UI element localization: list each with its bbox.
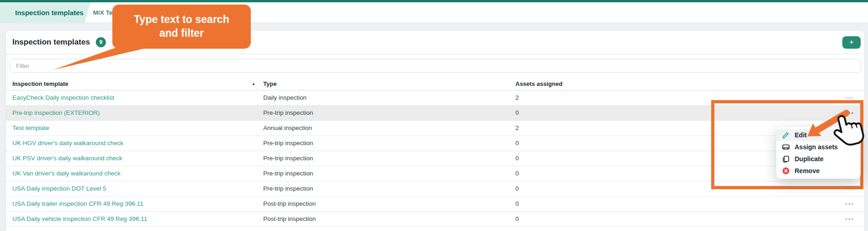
column-assets-assigned[interactable]: Assets assigned (515, 79, 563, 90)
duplicate-icon (782, 155, 790, 163)
callout-line2: and filter (159, 27, 204, 40)
tab-mix-telematics[interactable]: MiX Tel (93, 2, 114, 23)
callout-pointer (46, 46, 160, 73)
assets-cell: 2 (515, 90, 519, 105)
menu-item-label: Assign assets (795, 143, 838, 151)
tab-inspection-templates-label[interactable]: Inspection templates (15, 2, 83, 23)
table-row[interactable]: USA Daily vehicle inspection CFR 49 Reg … (6, 212, 864, 227)
row-actions-button[interactable]: ••• (845, 212, 854, 226)
menu-item-remove[interactable]: Remove (776, 165, 861, 177)
menu-item-label: Duplicate (795, 155, 824, 163)
remove-icon (782, 167, 790, 175)
assets-cell: 0 (515, 106, 519, 120)
inspection-templates-page: Inspection templates MiX Tel Inspection … (0, 0, 868, 231)
type-cell: Pre-trip inspection (263, 181, 313, 196)
pencil-icon (782, 131, 790, 139)
search-filter-callout: Type text to search and filter (112, 5, 251, 49)
template-link[interactable]: UK HGV driver's daily walkaround check (12, 136, 123, 151)
sort-ascending-icon[interactable]: ▲ (252, 79, 255, 90)
add-template-button[interactable]: + (842, 36, 861, 49)
assets-cell: 0 (515, 136, 519, 151)
template-link[interactable]: UK Van driver's daily walkaround check (12, 166, 121, 181)
template-link[interactable]: UK PSV driver's daily walkaround check (12, 151, 122, 166)
type-cell: Pre-trip inspection (263, 136, 313, 151)
menu-item-label: Remove (795, 167, 819, 175)
table-header: Inspection template ▲ Type Assets assign… (6, 79, 864, 90)
callout-line1: Type text to search (134, 13, 229, 27)
assets-cell: 0 (515, 212, 519, 226)
template-link[interactable]: Test template (12, 121, 49, 135)
column-type[interactable]: Type (263, 79, 276, 90)
template-link[interactable]: USA Daily trailer inspection CFR 49 Reg … (12, 197, 144, 211)
type-cell: Pre-trip inspection (263, 151, 313, 166)
assets-cell: 0 (515, 181, 519, 196)
type-cell: Post-trip inspection (263, 197, 316, 211)
table-row[interactable]: USA Daily trailer inspection CFR 49 Reg … (6, 197, 864, 212)
assets-cell: 0 (515, 151, 519, 166)
template-link[interactable]: USA Daily inspection DOT Level 5 (12, 181, 106, 196)
menu-item-duplicate[interactable]: Duplicate (776, 153, 861, 165)
column-inspection-template[interactable]: Inspection template (12, 79, 68, 90)
assets-cell: 0 (515, 166, 519, 181)
vehicle-icon (782, 143, 790, 151)
row-actions-button[interactable]: ••• (845, 197, 854, 211)
assets-cell: 2 (515, 121, 519, 135)
page-title: Inspection templates (12, 38, 90, 47)
template-link[interactable]: EasyCheck Daily inspection checklist (12, 90, 114, 105)
type-cell: Annual inspection (263, 121, 312, 135)
type-cell: Pre-trip inspection (263, 106, 313, 120)
type-cell: Pre-trip inspection (263, 166, 313, 181)
type-cell: Daily inspection (263, 90, 307, 105)
type-cell: Post-trip inspection (263, 212, 316, 226)
template-link[interactable]: USA Daily vehicle inspection CFR 49 Reg … (12, 212, 147, 226)
assets-cell: 0 (515, 197, 519, 211)
template-link[interactable]: Pre-trip inspection (EXTERIOR) (12, 106, 100, 120)
